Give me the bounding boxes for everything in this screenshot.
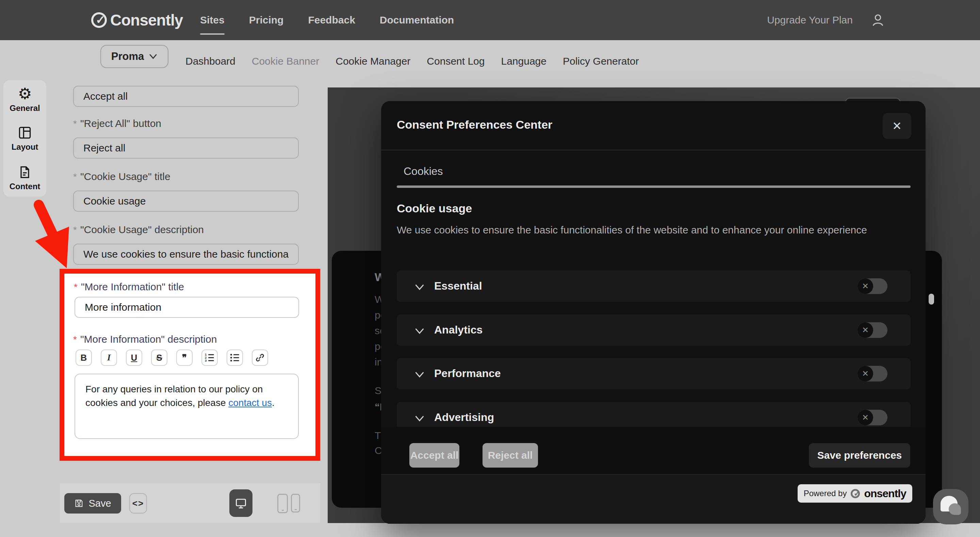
powered-by-strip: Powered by onsently (381, 474, 926, 524)
editor-action-bar: Save <> (60, 483, 320, 523)
more-info-desc-editor[interactable]: For any queries in relation to our polic… (75, 374, 299, 439)
required-asterisk: * (74, 282, 78, 292)
site-sub-nav: Proma Dashboard Cookie Banner Cookie Man… (0, 40, 980, 80)
cookie-usage-title-input[interactable] (73, 191, 299, 212)
settings-sidebar: ⚙ General Layout Content (3, 80, 46, 197)
sidebar-item-general[interactable]: ⚙ General (3, 86, 46, 113)
sidebar-label-layout: Layout (11, 142, 38, 152)
editor-text-end: . (272, 397, 275, 408)
essential-toggle[interactable]: ✕ (858, 278, 888, 294)
underline-button[interactable]: U (126, 349, 142, 366)
category-row-analytics[interactable]: Analytics ✕ (397, 314, 911, 346)
italic-button[interactable]: I (101, 349, 117, 366)
rich-text-toolbar: B I U S ❞ 1 2 3 (76, 349, 268, 366)
subnav-cookie-manager[interactable]: Cookie Manager (336, 56, 410, 67)
svg-text:3: 3 (205, 359, 207, 362)
save-button[interactable]: Save (64, 493, 121, 513)
toggle-x-icon: ✕ (858, 410, 873, 425)
monitor-icon (234, 497, 247, 510)
topnav-links: Sites Pricing Feedback Documentation (200, 0, 454, 40)
powered-brand-text: onsently (864, 487, 906, 500)
unordered-list-button[interactable] (227, 349, 243, 366)
blockquote-button[interactable]: ❞ (176, 349, 192, 366)
bold-button[interactable]: B (76, 349, 92, 366)
save-preferences-button[interactable]: Save preferences (809, 443, 910, 468)
chevron-down-icon (414, 371, 425, 378)
chevron-down-icon (149, 53, 158, 59)
upgrade-plan-link[interactable]: Upgrade Your Plan (767, 14, 853, 26)
subnav-links: Dashboard Cookie Banner Cookie Manager C… (185, 45, 639, 78)
more-info-title-input[interactable] (75, 297, 299, 318)
unordered-list-icon (230, 352, 240, 363)
analytics-toggle[interactable]: ✕ (858, 322, 888, 338)
chevron-down-icon (414, 284, 425, 291)
layout-icon (18, 125, 32, 140)
tablet-preview-button[interactable] (277, 494, 288, 513)
cookie-usage-title-label: *"Cookie Usage" title (73, 171, 170, 182)
required-asterisk: * (73, 225, 77, 235)
embed-code-button[interactable]: <> (129, 493, 147, 513)
chat-bubble-small-icon (949, 503, 961, 515)
sidebar-label-content: Content (10, 182, 40, 191)
brand-name: Consently (110, 11, 183, 29)
subnav-dashboard[interactable]: Dashboard (185, 56, 235, 67)
modal-title: Consent Preferences Center (397, 118, 552, 131)
link-button[interactable] (252, 349, 268, 366)
contact-us-link[interactable]: contact us (228, 397, 272, 408)
mobile-preview-button[interactable] (291, 494, 300, 513)
modal-reject-all-button[interactable]: Reject all (482, 443, 538, 468)
consent-preferences-modal: Consent Preferences Center ✕ Cookies Coo… (381, 101, 926, 524)
sidebar-item-layout[interactable]: Layout (3, 125, 46, 152)
user-account-icon[interactable] (870, 13, 885, 27)
floppy-save-icon (74, 499, 84, 508)
category-label: Essential (434, 280, 482, 292)
more-info-title-label: *"More Information" title (74, 281, 184, 293)
document-icon (18, 165, 32, 180)
reject-all-label: *"Reject All" button (73, 118, 161, 129)
cookie-usage-heading: Cookie usage (397, 202, 472, 215)
modal-close-button[interactable]: ✕ (883, 113, 911, 139)
close-icon: ✕ (892, 119, 902, 133)
gear-icon: ⚙ (18, 86, 32, 101)
topnav-link-sites[interactable]: Sites (200, 14, 224, 26)
desktop-preview-button[interactable] (229, 489, 253, 517)
required-asterisk: * (73, 172, 77, 182)
site-selector-value: Proma (111, 50, 144, 63)
subnav-policy-generator[interactable]: Policy Generator (563, 56, 639, 67)
category-label: Performance (434, 367, 501, 380)
advertising-toggle[interactable]: ✕ (858, 410, 888, 425)
topnav-link-pricing[interactable]: Pricing (249, 14, 284, 26)
topnav-link-documentation[interactable]: Documentation (380, 14, 454, 26)
required-asterisk: * (73, 118, 77, 129)
tab-active-underline (397, 185, 911, 188)
link-icon (255, 352, 265, 363)
ordered-list-button[interactable]: 1 2 3 (202, 349, 218, 366)
subnav-consent-log[interactable]: Consent Log (427, 56, 485, 67)
strikethrough-button[interactable]: S (151, 349, 167, 366)
brand-logo[interactable]: Consently (91, 0, 183, 40)
subnav-language[interactable]: Language (501, 56, 546, 67)
tab-cookies[interactable]: Cookies (404, 165, 443, 178)
code-icon: <> (132, 498, 144, 509)
cookie-usage-description: We use cookies to ensure the basic funct… (397, 224, 867, 236)
topnav-link-feedback[interactable]: Feedback (308, 14, 355, 26)
site-selector-dropdown[interactable]: Proma (100, 45, 169, 68)
performance-toggle[interactable]: ✕ (858, 366, 888, 381)
toggle-x-icon: ✕ (858, 278, 873, 294)
powered-by-badge[interactable]: Powered by onsently (798, 484, 912, 503)
category-row-performance[interactable]: Performance ✕ (397, 358, 911, 389)
toggle-x-icon: ✕ (858, 322, 873, 338)
sidebar-item-content[interactable]: Content (3, 165, 46, 191)
category-row-essential[interactable]: Essential ✕ (397, 271, 911, 302)
top-bar: Consently Sites Pricing Feedback Documen… (0, 0, 980, 40)
preview-peek-element (929, 294, 934, 304)
cookie-usage-desc-input[interactable] (73, 244, 299, 265)
subnav-cookie-banner[interactable]: Cookie Banner (252, 56, 319, 67)
save-button-label: Save (89, 498, 111, 509)
brand-check-icon (91, 12, 107, 28)
reject-all-input[interactable] (73, 137, 299, 159)
accept-all-input[interactable] (73, 86, 299, 107)
modal-header-divider (381, 150, 926, 150)
chat-widget-button[interactable] (933, 489, 969, 524)
modal-accept-all-button[interactable]: Accept all (409, 443, 460, 468)
